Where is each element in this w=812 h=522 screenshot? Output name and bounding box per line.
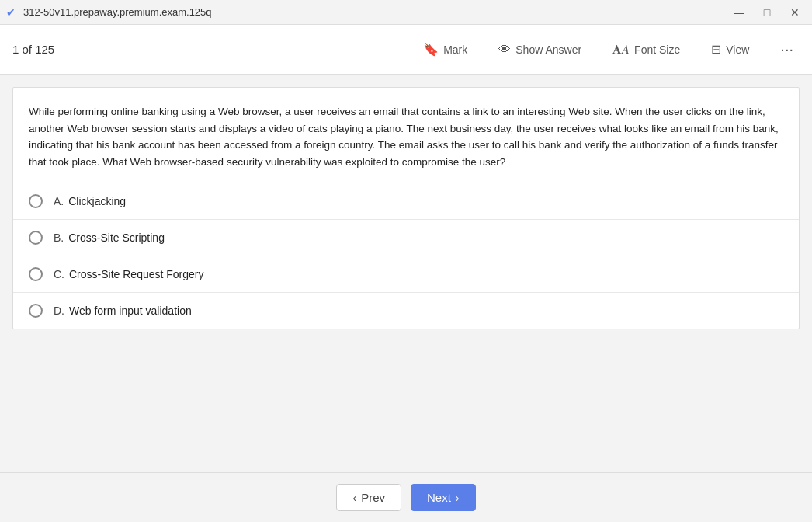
- option-a-text: Clickjacking: [68, 195, 126, 207]
- font-icon: 𝐀𝐴: [612, 43, 630, 57]
- app-icon: ✔: [6, 6, 16, 19]
- show-answer-button[interactable]: 👁 Show Answer: [492, 40, 588, 60]
- option-a[interactable]: A. Clickjacking: [13, 183, 799, 220]
- option-c[interactable]: C. Cross-Site Request Forgery: [13, 256, 799, 293]
- prev-label: Prev: [361, 491, 385, 504]
- maximize-button[interactable]: □: [756, 4, 778, 21]
- more-options-button[interactable]: ···: [774, 37, 800, 61]
- option-c-text: Cross-Site Request Forgery: [69, 268, 204, 280]
- title-bar: ✔ 312-50v11.prepaway.premium.exam.125q —…: [0, 0, 812, 25]
- title-bar-controls: — □ ✕: [728, 4, 806, 21]
- question-text: While performing online banking using a …: [13, 88, 799, 183]
- question-counter: 1 of 125: [12, 43, 67, 56]
- radio-a[interactable]: [29, 194, 43, 208]
- option-b-label: B.: [54, 231, 64, 244]
- option-b[interactable]: B. Cross-Site Scripting: [13, 220, 799, 256]
- close-button[interactable]: ✕: [784, 4, 806, 21]
- option-a-label: A.: [54, 195, 64, 207]
- radio-d[interactable]: [29, 304, 43, 318]
- view-label: View: [726, 44, 749, 56]
- mark-label: Mark: [443, 44, 467, 56]
- view-button[interactable]: ⊟ View: [705, 39, 755, 60]
- option-d-text: Web form input validation: [69, 304, 192, 317]
- next-button[interactable]: Next ›: [411, 484, 476, 511]
- bookmark-icon: 🔖: [423, 42, 439, 57]
- prev-arrow-icon: ‹: [352, 492, 356, 504]
- option-d-label: D.: [54, 304, 64, 317]
- toolbar-actions: 🔖 Mark 👁 Show Answer 𝐀𝐴 Font Size ⊟ View…: [417, 37, 800, 61]
- window-title: 312-50v11.prepaway.premium.exam.125q: [23, 6, 212, 18]
- option-b-text: Cross-Site Scripting: [68, 231, 165, 244]
- mark-button[interactable]: 🔖 Mark: [417, 39, 474, 60]
- bottom-navigation: ‹ Prev Next ›: [0, 472, 812, 522]
- radio-c[interactable]: [29, 267, 43, 281]
- toolbar: 1 of 125 🔖 Mark 👁 Show Answer 𝐀𝐴 Font Si…: [0, 25, 812, 75]
- view-icon: ⊟: [711, 42, 721, 57]
- show-answer-label: Show Answer: [515, 44, 581, 56]
- eye-icon: 👁: [498, 43, 511, 57]
- next-label: Next: [427, 491, 451, 504]
- font-size-button[interactable]: 𝐀𝐴 Font Size: [606, 40, 686, 60]
- prev-button[interactable]: ‹ Prev: [336, 484, 401, 511]
- title-bar-left: ✔ 312-50v11.prepaway.premium.exam.125q: [6, 6, 212, 19]
- content-area: While performing online banking using a …: [12, 87, 800, 329]
- font-size-label: Font Size: [634, 44, 680, 56]
- next-arrow-icon: ›: [456, 492, 460, 504]
- option-d[interactable]: D. Web form input validation: [13, 293, 799, 329]
- minimize-button[interactable]: —: [728, 4, 750, 21]
- radio-b[interactable]: [29, 231, 43, 245]
- option-c-label: C.: [54, 268, 64, 280]
